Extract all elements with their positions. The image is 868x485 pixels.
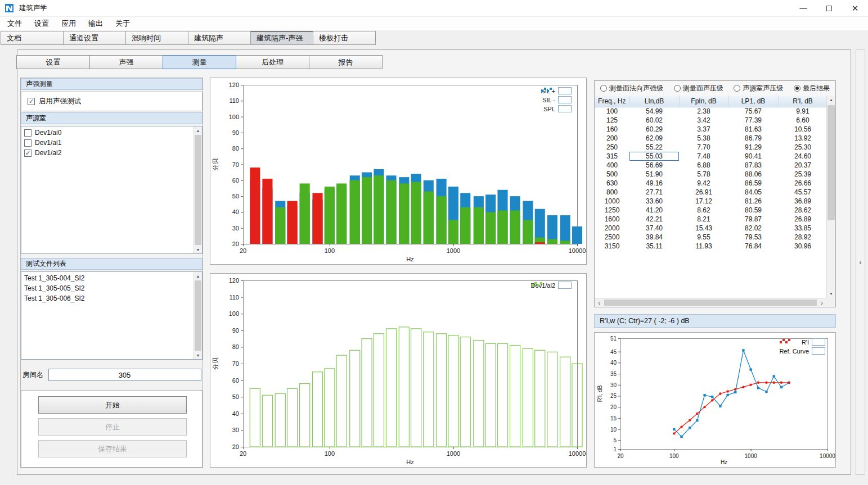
table-cell[interactable]: 54.99: [629, 107, 679, 116]
enable-si-checkbox-icon[interactable]: ✓: [28, 98, 35, 105]
table-cell[interactable]: 56.69: [629, 161, 679, 170]
table-cell[interactable]: 8.62: [679, 206, 728, 215]
channel-list-item[interactable]: Dev1/ai0: [21, 128, 202, 138]
table-cell[interactable]: 33.85: [778, 224, 826, 233]
channel-list-item[interactable]: Dev1/ai1: [21, 138, 202, 148]
document-tab[interactable]: 通道设置: [63, 31, 126, 45]
table-cell[interactable]: 60.02: [629, 116, 679, 125]
table-cell[interactable]: 26.66: [778, 179, 826, 188]
table-cell[interactable]: 6.60: [778, 116, 826, 125]
table-row[interactable]: 16060.293.3781.6310.56: [595, 125, 826, 134]
table-cell[interactable]: 55.22: [629, 143, 679, 152]
test-file-item[interactable]: Test 1_305-004_SI2: [21, 273, 202, 283]
result-view-radio[interactable]: 测量面法向声强级: [600, 84, 663, 93]
scrollbar-thumb[interactable]: [195, 280, 201, 351]
table-cell[interactable]: 87.83: [728, 161, 778, 170]
table-cell[interactable]: 1000: [595, 197, 629, 206]
channel-checkbox-icon[interactable]: [24, 129, 32, 137]
close-button[interactable]: ✕: [842, 0, 868, 16]
table-cell[interactable]: 3.42: [679, 116, 728, 125]
scrollbar-track[interactable]: [194, 280, 202, 351]
table-cell[interactable]: 2500: [595, 233, 629, 242]
table-row[interactable]: 12560.023.4277.396.60: [595, 116, 826, 125]
scrollbar-track[interactable]: [604, 298, 817, 307]
table-header-cell[interactable]: FpIn, dB: [679, 96, 728, 107]
table-row[interactable]: 25055.227.7091.2925.30: [595, 143, 826, 152]
table-cell[interactable]: 25.39: [778, 170, 826, 179]
mode-tab[interactable]: 设置: [16, 55, 90, 69]
table-cell[interactable]: 28.92: [778, 233, 826, 242]
maximize-button[interactable]: [816, 0, 842, 16]
table-cell[interactable]: 20.37: [778, 161, 826, 170]
table-cell[interactable]: 500: [595, 170, 629, 179]
table-cell[interactable]: 28.62: [778, 206, 826, 215]
table-row[interactable]: 250039.849.5579.5328.92: [595, 233, 826, 242]
channel-checkbox-icon[interactable]: [24, 139, 32, 147]
table-cell[interactable]: 125: [595, 116, 629, 125]
scrollbar-thumb[interactable]: [195, 135, 201, 245]
table-row[interactable]: 315035.1111.9376.8430.96: [595, 242, 826, 251]
test-file-item[interactable]: Test 1_305-006_SI2: [21, 293, 202, 303]
table-row[interactable]: 63049.169.4286.5926.66: [595, 179, 826, 188]
table-cell[interactable]: 10.56: [778, 125, 826, 134]
result-view-radio[interactable]: 声源室声压级: [734, 84, 783, 93]
table-cell[interactable]: 15.43: [679, 224, 728, 233]
scrollbar-thumb[interactable]: [827, 105, 835, 220]
table-cell[interactable]: 42.21: [629, 215, 679, 224]
table-horizontal-scrollbar[interactable]: ‹ ›: [595, 298, 826, 307]
table-cell[interactable]: 5.78: [679, 170, 728, 179]
menu-item[interactable]: 关于: [109, 17, 136, 30]
scrollbar-track[interactable]: [827, 104, 835, 289]
table-cell[interactable]: 81.63: [728, 125, 778, 134]
scroll-right-icon[interactable]: ›: [817, 298, 826, 307]
scroll-up-icon[interactable]: ▲: [827, 96, 835, 104]
list-scrollbar[interactable]: ▲▼: [194, 126, 202, 253]
menu-item[interactable]: 设置: [28, 17, 55, 30]
table-cell[interactable]: 49.16: [629, 179, 679, 188]
table-cell[interactable]: 24.60: [778, 152, 826, 161]
menu-item[interactable]: 文件: [1, 17, 28, 30]
scrollbar-track[interactable]: [194, 134, 202, 246]
table-header-cell[interactable]: LP1, dB: [728, 96, 778, 107]
menu-item[interactable]: 应用: [55, 17, 82, 30]
stop-button[interactable]: 停止: [38, 418, 187, 436]
table-cell[interactable]: 36.89: [778, 197, 826, 206]
table-cell[interactable]: 8.21: [679, 215, 728, 224]
mode-tab[interactable]: 测量: [163, 55, 236, 69]
table-cell[interactable]: 75.67: [728, 107, 778, 116]
table-cell[interactable]: 1250: [595, 206, 629, 215]
room-name-input[interactable]: [48, 369, 201, 381]
table-cell[interactable]: 81.26: [728, 197, 778, 206]
table-cell[interactable]: 26.91: [679, 188, 728, 197]
table-cell[interactable]: 11.93: [679, 242, 728, 251]
mode-tab[interactable]: 报告: [309, 55, 383, 69]
table-cell[interactable]: 90.41: [728, 152, 778, 161]
table-cell[interactable]: 91.29: [728, 143, 778, 152]
scroll-down-icon[interactable]: ▼: [194, 246, 202, 253]
table-cell[interactable]: 250: [595, 143, 629, 152]
table-cell[interactable]: 33.60: [629, 197, 679, 206]
table-cell[interactable]: 9.91: [778, 107, 826, 116]
document-tab[interactable]: 建筑隔声: [188, 31, 251, 45]
table-cell[interactable]: 9.42: [679, 179, 728, 188]
table-cell[interactable]: 9.55: [679, 233, 728, 242]
table-row[interactable]: 80027.7126.9184.0545.57: [595, 188, 826, 197]
table-cell[interactable]: 79.87: [728, 215, 778, 224]
table-header-cell[interactable]: Freq., Hz: [595, 96, 629, 107]
mode-tab[interactable]: 声强: [89, 55, 163, 69]
scrollbar-thumb[interactable]: [604, 300, 817, 306]
enable-si-row[interactable]: ✓ 启用声强测试: [21, 92, 203, 111]
mode-tab[interactable]: 后处理: [236, 55, 309, 69]
table-cell[interactable]: 41.20: [629, 206, 679, 215]
channel-list-item[interactable]: ✓Dev1/ai2: [21, 148, 202, 158]
scroll-left-icon[interactable]: ‹: [595, 298, 604, 307]
table-cell[interactable]: 27.71: [629, 188, 679, 197]
table-cell[interactable]: 1600: [595, 215, 629, 224]
start-button[interactable]: 开始: [38, 396, 187, 414]
table-cell[interactable]: 88.06: [728, 170, 778, 179]
table-cell[interactable]: 100: [595, 107, 629, 116]
list-scrollbar[interactable]: ▲▼: [194, 272, 202, 359]
table-cell[interactable]: 60.29: [629, 125, 679, 134]
result-view-radio[interactable]: 最后结果: [794, 84, 830, 93]
result-view-radio[interactable]: 测量面声压级: [674, 84, 723, 93]
